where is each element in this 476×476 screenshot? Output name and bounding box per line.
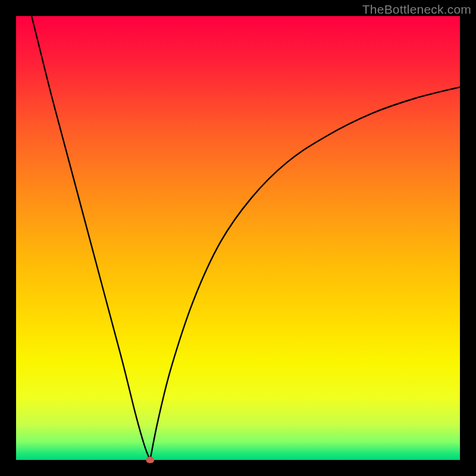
watermark-text: TheBottleneck.com: [362, 2, 471, 17]
minimum-marker: [146, 457, 154, 464]
bottleneck-chart: [0, 0, 476, 476]
chart-container: TheBottleneck.com: [0, 0, 476, 476]
plot-area: [16, 16, 460, 460]
